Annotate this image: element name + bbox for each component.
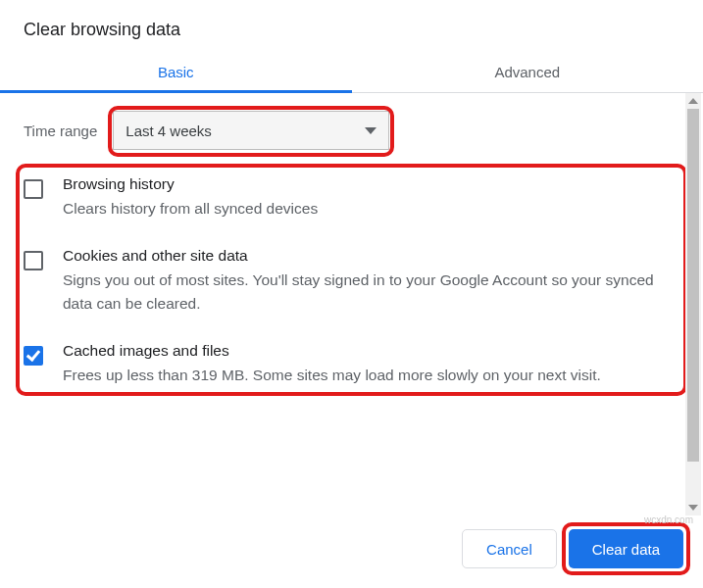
checkbox-cookies[interactable]	[24, 251, 43, 270]
clear-data-button[interactable]: Clear data	[569, 529, 683, 568]
option-title: Browsing history	[63, 175, 318, 193]
option-desc: Signs you out of most sites. You'll stay…	[63, 269, 679, 315]
option-title: Cached images and files	[63, 342, 601, 360]
time-range-row: Time range Last 4 weeks	[24, 111, 679, 150]
dialog-title: Clear browsing data	[0, 0, 703, 50]
clear-button-wrap: Clear data	[569, 529, 683, 568]
scroll-down-icon[interactable]	[685, 500, 701, 515]
option-body: Cookies and other site data Signs you ou…	[63, 247, 679, 315]
option-cached[interactable]: Cached images and files Frees up less th…	[24, 342, 679, 386]
tabs: Basic Advanced	[0, 50, 703, 93]
options-list: Browsing history Clears history from all…	[24, 175, 679, 386]
option-cookies[interactable]: Cookies and other site data Signs you ou…	[24, 247, 679, 315]
option-desc: Clears history from all synced devices	[63, 197, 318, 220]
option-body: Browsing history Clears history from all…	[63, 175, 318, 220]
option-browsing-history[interactable]: Browsing history Clears history from all…	[24, 175, 679, 220]
option-body: Cached images and files Frees up less th…	[63, 342, 601, 386]
scroll-thumb[interactable]	[687, 109, 699, 462]
cancel-button[interactable]: Cancel	[462, 529, 557, 568]
clear-browsing-data-dialog: Clear browsing data Basic Advanced Time …	[0, 0, 703, 588]
time-range-value: Last 4 weeks	[126, 122, 212, 139]
time-range-select[interactable]: Last 4 weeks	[113, 111, 389, 150]
time-range-label: Time range	[24, 122, 97, 139]
tab-basic[interactable]: Basic	[0, 50, 352, 92]
dialog-body: Time range Last 4 weeks Browsing history…	[0, 93, 703, 515]
scrollbar[interactable]	[685, 93, 701, 515]
option-title: Cookies and other site data	[63, 247, 679, 265]
content: Time range Last 4 weeks Browsing history…	[24, 111, 679, 515]
watermark: wcxdn.com	[644, 514, 693, 525]
option-desc: Frees up less than 319 MB. Some sites ma…	[63, 364, 601, 386]
chevron-down-icon	[365, 127, 377, 134]
checkbox-cached[interactable]	[24, 346, 43, 366]
tab-advanced[interactable]: Advanced	[352, 50, 704, 92]
scroll-up-icon[interactable]	[685, 93, 701, 109]
dialog-footer: Cancel Clear data	[0, 515, 703, 588]
checkbox-browsing-history[interactable]	[24, 179, 43, 199]
